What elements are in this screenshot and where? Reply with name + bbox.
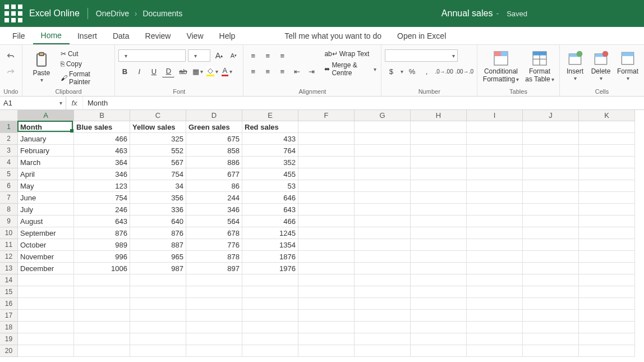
menu-data[interactable]: Data [105,27,137,44]
cell-E18[interactable] [242,322,298,333]
cell-D16[interactable] [186,298,242,310]
cell-H7[interactable] [411,192,467,204]
app-name[interactable]: Excel Online [29,8,80,19]
cell-A20[interactable] [18,345,74,357]
menu-home[interactable]: Home [33,27,70,44]
redo-button[interactable] [4,66,17,79]
cell-D6[interactable]: 86 [186,180,242,192]
cell-A13[interactable]: December [18,263,74,274]
col-header-J[interactable]: J [523,110,579,121]
cell-E17[interactable] [242,310,298,322]
cell-G5[interactable] [355,168,411,180]
cell-G20[interactable] [355,345,411,357]
cell-H10[interactable] [411,227,467,239]
cell-C14[interactable] [130,274,186,286]
align-center-button[interactable]: ≡ [261,65,274,77]
row-header-2[interactable]: 2 [0,133,18,145]
menu-file[interactable]: File [4,27,33,44]
cell-F6[interactable] [298,180,355,192]
cell-C1[interactable]: Yellow sales [130,121,186,133]
cell-C7[interactable]: 356 [130,192,186,204]
cell-G10[interactable] [355,227,411,239]
cell-C18[interactable] [130,322,186,333]
name-box[interactable]: A1▾ [0,97,66,109]
cell-F14[interactable] [298,274,355,286]
row-header-15[interactable]: 15 [0,286,18,298]
cell-I20[interactable] [467,345,523,357]
cell-B20[interactable] [74,345,130,357]
cell-J11[interactable] [523,239,579,251]
cell-C19[interactable] [130,333,186,345]
cell-K15[interactable] [579,286,635,298]
cell-A8[interactable]: July [18,204,74,216]
align-bottom-button[interactable]: ≡ [276,49,288,62]
cell-E13[interactable]: 1976 [242,263,298,274]
cell-E15[interactable] [242,286,298,298]
cell-E6[interactable]: 53 [242,180,298,192]
cell-K20[interactable] [579,345,635,357]
paste-button[interactable]: Paste▾ [26,47,57,86]
cell-H12[interactable] [411,251,467,263]
cell-E14[interactable] [242,274,298,286]
row-header-4[interactable]: 4 [0,157,18,168]
cell-G11[interactable] [355,239,411,251]
undo-button[interactable] [4,51,17,63]
cell-C8[interactable]: 336 [130,204,186,216]
cell-H19[interactable] [411,333,467,345]
cell-C3[interactable]: 552 [130,145,186,157]
cell-A19[interactable] [18,333,74,345]
cell-K1[interactable] [579,121,635,133]
comma-button[interactable]: , [420,65,433,77]
cell-B7[interactable]: 754 [74,192,130,204]
cell-G16[interactable] [355,298,411,310]
row-header-17[interactable]: 17 [0,310,18,322]
col-header-K[interactable]: K [579,110,635,121]
cell-F16[interactable] [298,298,355,310]
cell-B19[interactable] [74,333,130,345]
conditional-formatting-button[interactable]: Conditional Formatting▾ [481,48,521,84]
strikethrough-button[interactable]: ab [177,65,189,77]
cell-D19[interactable] [186,333,242,345]
col-header-I[interactable]: I [467,110,523,121]
cell-J17[interactable] [523,310,579,322]
col-header-D[interactable]: D [186,110,242,121]
cell-A5[interactable]: April [18,168,74,180]
col-header-E[interactable]: E [242,110,298,121]
cell-J19[interactable] [523,333,579,345]
cell-D12[interactable]: 878 [186,251,242,263]
cell-I2[interactable] [467,133,523,145]
menu-tellme[interactable]: Tell me what you want to do [277,27,389,44]
cell-F2[interactable] [298,133,355,145]
cell-C10[interactable]: 876 [130,227,186,239]
format-as-table-button[interactable]: Format as Table▾ [523,48,556,84]
cell-D15[interactable] [186,286,242,298]
cell-G13[interactable] [355,263,411,274]
cell-H2[interactable] [411,133,467,145]
cell-H11[interactable] [411,239,467,251]
cell-B5[interactable]: 346 [74,168,130,180]
col-header-B[interactable]: B [74,110,130,121]
cell-D10[interactable]: 678 [186,227,242,239]
cell-B17[interactable] [74,310,130,322]
cell-J9[interactable] [523,216,579,227]
cell-H5[interactable] [411,168,467,180]
row-header-12[interactable]: 12 [0,251,18,263]
cell-A3[interactable]: February [18,145,74,157]
cell-K9[interactable] [579,216,635,227]
cell-H8[interactable] [411,204,467,216]
cell-E9[interactable]: 466 [242,216,298,227]
cut-button[interactable]: ✂Cut [59,49,111,58]
cell-J5[interactable] [523,168,579,180]
menu-insert[interactable]: Insert [70,27,105,44]
cell-F9[interactable] [298,216,355,227]
cell-H3[interactable] [411,145,467,157]
cell-I8[interactable] [467,204,523,216]
cell-C6[interactable]: 34 [130,180,186,192]
cell-D1[interactable]: Green sales [186,121,242,133]
cell-F1[interactable] [298,121,355,133]
cell-K14[interactable] [579,274,635,286]
col-header-G[interactable]: G [355,110,411,121]
row-header-19[interactable]: 19 [0,333,18,345]
cell-H1[interactable] [411,121,467,133]
cell-G18[interactable] [355,322,411,333]
